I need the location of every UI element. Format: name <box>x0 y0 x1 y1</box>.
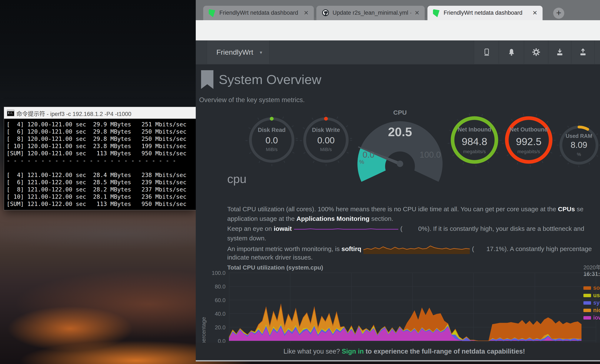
dashboard-navbar: FriendlyWrt ▾ <box>196 40 600 65</box>
cpus-link[interactable]: CPUs <box>558 205 575 213</box>
text: to experience the full-range of netdata … <box>364 348 525 355</box>
netdata-dashboard: FriendlyWrt ▾ <box>196 40 600 360</box>
text: An important metric worth monitoring, is <box>227 245 341 252</box>
tab-title: Update r2s_lean_minimal.yml · k <box>333 9 412 16</box>
gauge-unit: megabits/s <box>445 149 504 154</box>
gauge-dot <box>270 117 274 121</box>
gauge-net-outbound: Net Outbound 992.5 megabits/s <box>499 110 559 170</box>
console-button[interactable] <box>474 40 499 64</box>
sign-in-link[interactable]: Sign in <box>342 348 364 355</box>
browser-window: FriendlyWrt netdata dashboard ✕ Update r… <box>196 0 600 362</box>
legend-label: user <box>593 292 600 299</box>
tab-divider <box>426 9 426 18</box>
text: application usage at the <box>227 215 296 222</box>
legend-item-system[interactable]: system <box>583 299 600 307</box>
softirq-sparkline <box>363 244 470 254</box>
text: section. <box>370 215 394 222</box>
terminal-titlebar[interactable]: C:\ 命令提示符 - iperf3 -c 192.168.1.2 -P4 -t… <box>4 107 196 119</box>
bell-icon <box>507 48 516 56</box>
legend-item-iowait[interactable]: iowait <box>583 314 600 322</box>
cmd-icon: C:\ <box>7 110 14 116</box>
gauge-cpu-title: CPU <box>379 109 421 116</box>
gauge-cpu-min: 0.0 <box>356 150 381 159</box>
gauge-net-inbound: Net Inbound 984.8 megabits/s <box>445 110 504 170</box>
desktop: C:\ 命令提示符 - iperf3 -c 192.168.1.2 -P4 -t… <box>0 0 600 364</box>
legend-swatch <box>583 286 591 290</box>
import-button[interactable] <box>548 40 571 64</box>
gauge-value: 0.00 <box>298 135 354 146</box>
legend-label: softirq <box>593 285 600 291</box>
tab-github[interactable]: Update r2s_lean_minimal.yml · k ✕ <box>316 6 425 20</box>
section-heading-cpu: cpu <box>227 172 246 186</box>
cpu-description-line: Keep an eye on iowait(0%). If it is cons… <box>227 225 584 234</box>
softirq-term: softirq <box>341 245 361 252</box>
terminal-title: 命令提示符 - iperf3 -c 192.168.1.2 -P4 -t1000 <box>16 109 131 118</box>
iowait-sparkline <box>294 227 398 231</box>
y-tick-label: 40.0 <box>208 311 225 317</box>
text: Keep an eye on <box>227 225 274 232</box>
gauge-value: 8.09 <box>555 140 600 150</box>
settings-button[interactable] <box>524 40 548 64</box>
chart-legend: softirqusersystemniceiowait <box>583 285 600 322</box>
netdata-icon <box>433 9 440 17</box>
y-axis: 100.080.060.040.020.00.0 <box>208 270 225 346</box>
terminal-line: [SUM] 121.00-122.00 sec 113 MBytes 950 M… <box>7 200 196 208</box>
terminal-line: [ 8] 121.00-122.00 sec 28.2 MBytes 237 M… <box>7 186 196 193</box>
export-button[interactable] <box>571 40 594 64</box>
gauge-label: Net Outbound <box>499 126 559 133</box>
iowait-term: iowait <box>274 225 292 232</box>
y-tick-label: 60.0 <box>208 297 225 304</box>
gauge-label: Disk Write <box>298 127 354 133</box>
gauge-value: 984.8 <box>445 136 504 148</box>
alarms-button[interactable] <box>499 40 524 64</box>
chevron-down-icon: ▾ <box>260 50 262 55</box>
cpu-description-line: An important metric worth monitoring, is… <box>227 244 592 253</box>
terminal-line: [ 4] 121.00-122.00 sec 28.4 MBytes 238 M… <box>7 171 196 179</box>
upload-icon <box>579 48 587 56</box>
terminal-line: [ 8] 120.00-121.00 sec 29.8 MBytes 250 M… <box>7 135 196 142</box>
text: Like what you see? <box>283 348 342 355</box>
new-tab-button[interactable]: + <box>553 8 564 19</box>
gauge-cpu <box>357 111 442 183</box>
iowait-value: 0% <box>418 225 427 232</box>
tab-strip: FriendlyWrt netdata dashboard ✕ Update r… <box>196 0 600 20</box>
text: ). A constantly high percentage <box>505 245 592 252</box>
chart-timestamp-date: 2020年3 <box>583 263 600 271</box>
gauge-unit: MiB/s <box>298 147 354 152</box>
cpu-description-line: indicate network driver issues. <box>227 254 313 263</box>
text: Total CPU utilization (all cores). 100% … <box>227 205 558 213</box>
legend-swatch <box>583 294 591 297</box>
help-button-partial[interactable] <box>594 40 600 64</box>
terminal-line: [ 4] 120.00-121.00 sec 29.9 MBytes 251 M… <box>7 121 196 128</box>
gauge-label: Net Inbound <box>445 126 504 133</box>
netdata-icon <box>209 9 216 17</box>
legend-label: nice <box>593 307 600 314</box>
close-icon[interactable]: ✕ <box>413 9 421 17</box>
terminal-line: [ 6] 121.00-122.00 sec 28.5 MBytes 239 M… <box>7 179 196 186</box>
tab-netdata-1[interactable]: FriendlyWrt netdata dashboard ✕ <box>203 6 314 20</box>
page-subtitle: Overview of the key system metrics. <box>199 96 305 104</box>
gauge-dot <box>324 117 328 121</box>
gauge-used-ram: Used RAM 8.09 % <box>555 121 600 169</box>
legend-swatch <box>583 316 591 319</box>
y-tick-label: 80.0 <box>208 283 225 290</box>
tab-title: FriendlyWrt netdata dashboard <box>444 9 529 16</box>
terminal-window: C:\ 命令提示符 - iperf3 -c 192.168.1.2 -P4 -t… <box>4 107 196 210</box>
legend-item-user[interactable]: user <box>583 292 600 299</box>
cpu-description-line: system down. <box>227 235 266 243</box>
legend-label: iowait <box>593 314 600 321</box>
terminal-line: [ 10] 121.00-122.00 sec 28.1 MBytes 236 … <box>7 193 196 200</box>
legend-item-softirq[interactable]: softirq <box>583 285 600 292</box>
tab-netdata-2-active[interactable]: FriendlyWrt netdata dashboard ✕ <box>427 6 543 20</box>
host-dropdown[interactable]: FriendlyWrt ▾ <box>207 40 270 64</box>
legend-item-nice[interactable]: nice <box>583 307 600 314</box>
signin-banner: Like what you see? Sign in to experience… <box>196 343 600 360</box>
close-icon[interactable]: ✕ <box>531 9 539 17</box>
download-icon <box>555 48 564 56</box>
cpu-utilization-chart[interactable] <box>229 272 596 343</box>
monitor-icon <box>482 48 491 56</box>
terminal-line: [SUM] 120.00-121.00 sec 113 MBytes 950 M… <box>7 150 196 157</box>
github-icon <box>322 9 329 17</box>
close-icon[interactable]: ✕ <box>302 9 310 17</box>
applications-monitoring-link[interactable]: Applications Monitoring <box>296 215 369 222</box>
